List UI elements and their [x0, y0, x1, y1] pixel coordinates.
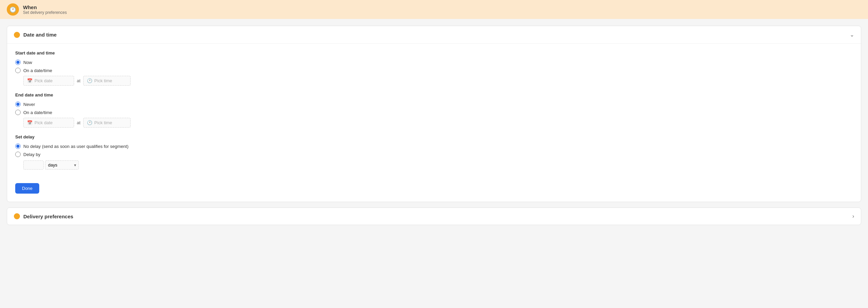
header-subtitle: Set delivery preferences: [23, 10, 67, 15]
app-header: 🕐 When Set delivery preferences: [0, 0, 868, 19]
start-time-placeholder: Pick time: [94, 78, 112, 83]
section-header-left: Date and time: [14, 32, 56, 38]
delay-unit-wrapper: days hours minutes: [45, 160, 79, 170]
date-time-section-title: Date and time: [23, 32, 56, 38]
header-title: When: [23, 4, 67, 10]
end-at-label: at: [77, 120, 81, 125]
delay-unit-select[interactable]: days hours minutes: [45, 160, 79, 170]
end-date-time-label: End date and time: [15, 92, 853, 97]
header-icon: 🕐: [7, 3, 19, 16]
delivery-preferences-title: Delivery preferences: [23, 214, 73, 219]
start-date-time-pickers: 📅 Pick date at 🕐 Pick time: [23, 76, 853, 86]
calendar-icon: 📅: [27, 78, 32, 83]
start-on-date-radio[interactable]: [15, 68, 21, 73]
done-button[interactable]: Done: [15, 183, 39, 194]
start-date-time-subsection: Start date and time Now On a date/time: [15, 50, 853, 86]
start-at-label: at: [77, 78, 81, 83]
end-on-date-radio[interactable]: [15, 110, 21, 115]
now-radio[interactable]: [15, 60, 21, 65]
delivery-section-header-left: Delivery preferences: [14, 213, 73, 219]
delay-by-radio[interactable]: [15, 152, 21, 157]
start-date-placeholder: Pick date: [35, 78, 52, 83]
start-date-time-label: Start date and time: [15, 50, 853, 56]
never-radio-row: Never: [15, 102, 853, 107]
collapse-chevron-icon: ⌄: [850, 31, 854, 38]
date-time-section: Date and time ⌄ Start date and time Now: [7, 26, 861, 202]
clock-start-icon: 🕐: [87, 78, 92, 83]
end-date-time-pickers: 📅 Pick date at 🕐 Pick time: [23, 118, 853, 128]
start-time-picker[interactable]: 🕐 Pick time: [83, 76, 131, 86]
delivery-preferences-section: Delivery preferences ›: [7, 207, 861, 225]
now-label: Now: [23, 60, 32, 65]
set-delay-subsection: Set delay No delay (send as soon as user…: [15, 134, 853, 170]
now-radio-row: Now: [15, 60, 853, 65]
calendar-end-icon: 📅: [27, 120, 32, 125]
end-on-date-label: On a date/time: [23, 110, 52, 115]
expand-chevron-icon: ›: [852, 213, 854, 219]
no-delay-label: No delay (send as soon as user qualifies…: [23, 144, 129, 149]
clock-end-icon: 🕐: [87, 120, 92, 125]
delivery-section-dot: [14, 213, 20, 219]
start-on-date-label: On a date/time: [23, 68, 52, 73]
delivery-preferences-section-header[interactable]: Delivery preferences ›: [7, 208, 861, 225]
header-text: When Set delivery preferences: [23, 4, 67, 15]
date-time-section-header[interactable]: Date and time ⌄: [7, 26, 861, 43]
delay-by-label: Delay by: [23, 152, 41, 157]
no-delay-radio[interactable]: [15, 144, 21, 149]
set-delay-label: Set delay: [15, 134, 853, 139]
never-radio[interactable]: [15, 102, 21, 107]
delay-number-input[interactable]: [23, 160, 44, 170]
section-dot: [14, 32, 20, 38]
delay-by-radio-row: Delay by: [15, 152, 853, 157]
end-date-placeholder: Pick date: [35, 120, 52, 125]
end-time-placeholder: Pick time: [94, 120, 112, 125]
no-delay-radio-row: No delay (send as soon as user qualifies…: [15, 144, 853, 149]
start-on-date-radio-row: On a date/time: [15, 68, 853, 73]
date-time-section-body: Start date and time Now On a date/time: [7, 43, 861, 202]
delay-inputs-row: days hours minutes: [23, 160, 853, 170]
clock-icon: 🕐: [9, 6, 16, 13]
end-on-date-radio-row: On a date/time: [15, 110, 853, 115]
main-content: Date and time ⌄ Start date and time Now: [0, 19, 868, 237]
end-date-picker[interactable]: 📅 Pick date: [23, 118, 74, 128]
end-time-picker[interactable]: 🕐 Pick time: [83, 118, 131, 128]
delay-radio-group: No delay (send as soon as user qualifies…: [15, 144, 853, 170]
start-date-picker[interactable]: 📅 Pick date: [23, 76, 74, 86]
end-radio-group: Never On a date/time 📅 Pick date at: [15, 102, 853, 128]
never-label: Never: [23, 102, 35, 107]
start-radio-group: Now On a date/time 📅 Pick date at: [15, 60, 853, 86]
end-date-time-subsection: End date and time Never On a date/time: [15, 92, 853, 128]
